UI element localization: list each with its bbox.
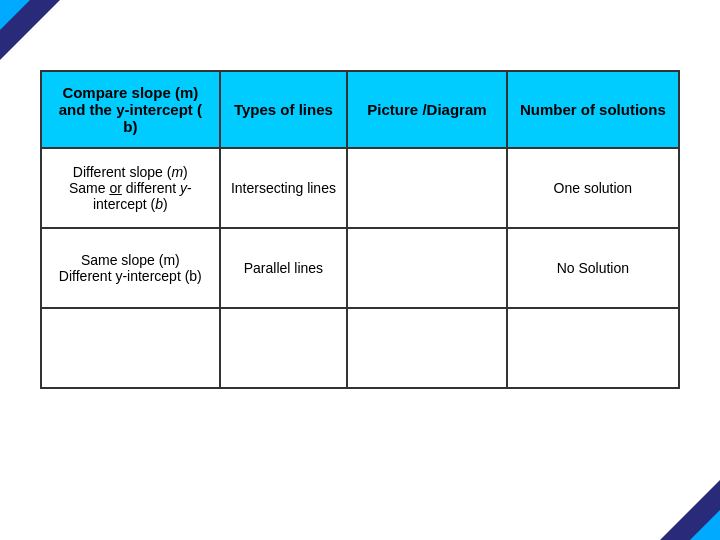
- row1-picture: [347, 148, 507, 228]
- row2-solutions-text: No Solution: [557, 260, 629, 276]
- header-solutions: Number of solutions: [507, 71, 679, 148]
- main-table-container: Compare slope (m) and the y-intercept ( …: [40, 70, 680, 460]
- row2-solutions: No Solution: [507, 228, 679, 308]
- header-compare: Compare slope (m) and the y-intercept ( …: [41, 71, 220, 148]
- row3-compare: [41, 308, 220, 388]
- table-row: Different slope (m)Same or different y-i…: [41, 148, 679, 228]
- table-row: [41, 308, 679, 388]
- solutions-table: Compare slope (m) and the y-intercept ( …: [40, 70, 680, 389]
- table-header-row: Compare slope (m) and the y-intercept ( …: [41, 71, 679, 148]
- header-compare-text: Compare slope (m) and the y-intercept ( …: [59, 84, 202, 135]
- header-picture: Picture /Diagram: [347, 71, 507, 148]
- header-picture-text: Picture /Diagram: [367, 101, 486, 118]
- row3-types: [220, 308, 348, 388]
- table-row: Same slope (m)Different y-intercept (b) …: [41, 228, 679, 308]
- header-types-text: Types of lines: [234, 101, 333, 118]
- row1-compare: Different slope (m)Same or different y-i…: [41, 148, 220, 228]
- row1-solutions: One solution: [507, 148, 679, 228]
- row1-types: Intersecting lines: [220, 148, 348, 228]
- row3-picture: [347, 308, 507, 388]
- row2-picture: [347, 228, 507, 308]
- row1-types-text: Intersecting lines: [231, 180, 336, 196]
- header-types: Types of lines: [220, 71, 348, 148]
- header-solutions-text: Number of solutions: [520, 101, 666, 118]
- row2-types: Parallel lines: [220, 228, 348, 308]
- row1-solutions-text: One solution: [554, 180, 633, 196]
- row2-types-text: Parallel lines: [244, 260, 323, 276]
- row3-solutions: [507, 308, 679, 388]
- row2-compare: Same slope (m)Different y-intercept (b): [41, 228, 220, 308]
